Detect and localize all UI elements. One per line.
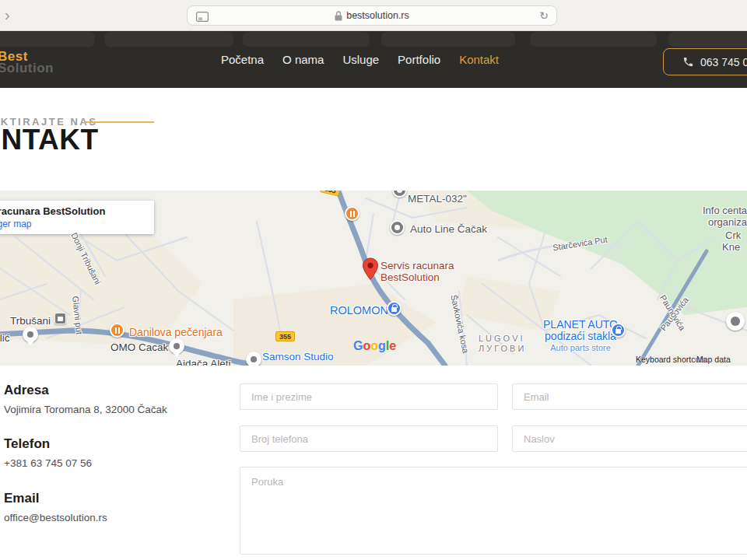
phone-value: +381 63 745 07 56 <box>4 457 92 469</box>
phone-icon <box>682 56 694 68</box>
address-value: Vojimira Toromana 8, 32000 Čačak <box>4 404 167 415</box>
poi-label-metal[interactable]: METAL-032" <box>408 193 467 205</box>
poi-pin-aidaca[interactable] <box>246 352 261 366</box>
poi-pin-omo[interactable] <box>169 338 184 354</box>
email-heading: Email <box>4 491 107 506</box>
logo-line-2: Solution <box>0 62 54 74</box>
subject-input[interactable] <box>512 425 747 452</box>
toolbar-slot <box>104 32 233 47</box>
url-text: bestsolution.rs <box>346 10 409 21</box>
toolbar-slot <box>668 32 747 47</box>
nav-item-usluge[interactable]: Usluge <box>342 53 379 66</box>
page-title: KONTAKT <box>0 124 99 156</box>
map-place-title: Servis racunara BestSolution <box>0 205 143 217</box>
poi-label-ilic[interactable]: Ilić <box>0 332 10 344</box>
google-map-embed[interactable]: Servis racunara BestSolution View larger… <box>0 191 747 366</box>
message-textarea[interactable] <box>240 467 747 555</box>
poi-label-aidaca[interactable]: Aidača Aleti <box>176 358 231 366</box>
red-map-marker[interactable] <box>362 257 379 281</box>
phone-call-button[interactable]: 063 745 07 56 <box>663 48 747 75</box>
poi-label-planet-auto[interactable]: PLANET AUTO podizaći stakla Auto parts s… <box>537 319 624 354</box>
poi-label-rolomont[interactable]: ROLOMONT <box>330 304 395 317</box>
contact-phone-group: Telefon +381 63 745 07 56 <box>4 436 92 469</box>
main-menu: Početna O nama Usluge Portfolio Kontakt <box>221 31 499 88</box>
restaurant-poi-icon[interactable] <box>345 206 359 221</box>
phone-heading: Telefon <box>4 436 92 452</box>
nav-item-pocetna[interactable]: Početna <box>221 53 264 66</box>
area-label-lugovi: LUGOVI ЛУГОВИ <box>479 334 526 354</box>
nav-item-portfolio[interactable]: Portfolio <box>398 53 440 66</box>
map-info-card: Servis racunara BestSolution View larger… <box>0 201 154 234</box>
poi-label-auto-line[interactable]: Auto Line Čačak <box>410 223 487 235</box>
site-logo[interactable]: Best Solution <box>0 51 54 74</box>
keyboard-shortcuts-link[interactable]: Keyboard shortcuts <box>636 355 706 364</box>
marker-label[interactable]: Servis racunara BestSolution <box>381 260 454 283</box>
poi-label-danilova[interactable]: Danilova pečenjara <box>129 326 223 338</box>
toolbar-slot <box>0 32 95 47</box>
email-input[interactable] <box>512 383 747 410</box>
poi-label-omo[interactable]: OMO Cacak <box>110 341 168 353</box>
phone-input[interactable] <box>240 425 498 452</box>
lock-icon <box>335 11 342 21</box>
route-badge-355: 355 <box>275 331 295 341</box>
poi-icon-danilova[interactable] <box>110 323 124 338</box>
poi-icon-rolomont[interactable] <box>387 301 402 316</box>
poi-label-crk-kne: Crk Kne <box>722 229 741 253</box>
page-header-section: KONTAKTIRAJTE NAS KONTAKT <box>0 88 747 191</box>
nav-item-kontakt[interactable]: Kontakt <box>459 53 499 66</box>
nav-item-o-nama[interactable]: O nama <box>282 53 324 66</box>
screenshot-frame: › bestsolution.rs ↻ Best Solution Početn… <box>0 0 747 560</box>
address-bar[interactable]: bestsolution.rs ↻ <box>187 5 557 26</box>
reload-icon[interactable]: ↻ <box>539 9 549 22</box>
browser-toolbar: › bestsolution.rs ↻ <box>0 0 747 31</box>
poi-pin-right-edge[interactable] <box>726 312 745 331</box>
transit-station-icon[interactable] <box>54 313 66 324</box>
poi-icon-auto-line[interactable] <box>390 220 405 235</box>
phone-number: 063 745 07 56 <box>700 56 747 68</box>
poi-label-samson[interactable]: Samson Studio <box>262 351 334 362</box>
poi-pin-ilic[interactable] <box>23 327 38 342</box>
poi-label-info-centar: Info centar organizac <box>703 205 747 228</box>
contact-address-group: Adresa Vojimira Toromana 8, 32000 Čačak <box>4 383 167 415</box>
contact-section: Adresa Vojimira Toromana 8, 32000 Čačak … <box>0 366 747 560</box>
site-navbar: Best Solution Početna O nama Usluge Port… <box>0 31 747 88</box>
email-value: office@bestsolution.rs <box>4 512 107 523</box>
map-data-attribution: Map data ©2025 <box>696 355 747 366</box>
toolbar-slot <box>530 32 657 47</box>
google-logo[interactable]: Google <box>353 339 396 353</box>
forward-nav-icon[interactable]: › <box>5 5 10 25</box>
contact-email-group: Email office@bestsolution.rs <box>4 491 107 523</box>
url-text-wrap: bestsolution.rs <box>188 10 556 21</box>
view-larger-map-link[interactable]: View larger map <box>0 219 143 229</box>
poi-icon-planet-auto[interactable] <box>611 323 626 338</box>
name-input[interactable] <box>240 383 498 410</box>
address-heading: Adresa <box>4 383 167 398</box>
kicker-line <box>84 121 154 123</box>
poi-label-trbusani[interactable]: Trbušani <box>10 315 51 327</box>
page-format-icon[interactable] <box>196 11 209 25</box>
